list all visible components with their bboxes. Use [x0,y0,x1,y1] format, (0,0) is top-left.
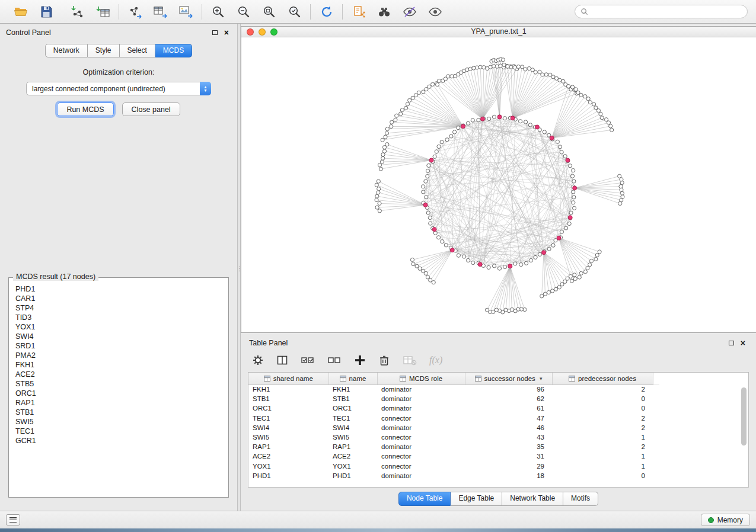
network-node[interactable] [395,114,398,117]
cell-shared-name[interactable]: TEC1 [248,414,328,423]
mcds-result-item[interactable]: ORC1 [15,389,227,398]
network-node[interactable] [583,270,587,274]
cell-mcds-role[interactable]: connector [377,462,465,471]
network-node[interactable] [538,70,541,73]
zoom-out-button[interactable] [235,4,251,20]
network-node[interactable] [572,196,576,199]
network-node[interactable] [382,149,386,153]
save-session-button[interactable] [38,4,54,20]
network-node[interactable] [572,180,576,183]
network-node[interactable] [394,118,397,121]
select-all-button[interactable] [301,354,315,366]
network-node[interactable] [620,181,624,185]
network-hub-node[interactable] [511,116,515,120]
network-node[interactable] [400,108,404,112]
run-mcds-button[interactable]: Run MCDS [57,102,113,116]
network-node[interactable] [604,118,608,121]
network-node[interactable] [375,183,378,187]
network-node[interactable] [497,267,501,270]
network-node[interactable] [418,267,422,270]
memory-button[interactable]: Memory [701,514,750,526]
network-node[interactable] [538,252,541,256]
deselect-all-button[interactable] [327,354,342,366]
network-node[interactable] [410,258,414,261]
network-hub-node[interactable] [450,248,454,252]
network-node[interactable] [421,269,425,273]
table-row[interactable]: PHD1PHD1dominator180 [248,471,659,480]
network-node[interactable] [462,255,466,258]
mcds-result-item[interactable]: PMA2 [15,351,227,360]
cell-name[interactable]: PHD1 [328,471,377,480]
criterion-select[interactable]: largest connected component (undirected)… [26,82,211,95]
toolbar-search[interactable] [575,5,748,18]
close-table-panel-button[interactable]: × [741,340,745,346]
network-node[interactable] [384,135,387,139]
network-node[interactable] [449,134,453,138]
cell-name[interactable]: FKH1 [328,384,377,394]
cell-name[interactable]: ORC1 [328,403,377,413]
network-node[interactable] [620,188,623,191]
network-node[interactable] [485,308,489,312]
network-node[interactable] [592,102,596,106]
cell-mcds-role[interactable]: dominator [377,442,465,451]
float-table-panel-button[interactable] [729,341,734,345]
mcds-result-item[interactable]: YOX1 [15,322,227,332]
network-node[interactable] [620,178,623,181]
network-node[interactable] [550,289,554,293]
network-hub-node[interactable] [557,236,561,240]
network-node[interactable] [482,66,486,69]
mcds-result-item[interactable]: STB5 [15,379,227,389]
network-node[interactable] [600,116,604,120]
network-node[interactable] [607,121,610,124]
network-node[interactable] [424,180,428,183]
tab-network[interactable]: Network [45,44,88,57]
network-node[interactable] [610,128,614,132]
network-node[interactable] [381,138,384,142]
network-node[interactable] [425,88,428,91]
tab-mcds[interactable]: MCDS [155,44,192,57]
network-node[interactable] [547,247,551,251]
table-row[interactable]: FKH1FKH1dominator962 [248,384,659,394]
table-row[interactable]: ORC1ORC1dominator610 [248,403,659,413]
network-node[interactable] [572,190,575,194]
cell-shared-name[interactable]: FKH1 [248,384,328,394]
cell-shared-name[interactable]: PHD1 [248,471,328,480]
table-row[interactable]: STB1STB1dominator620 [248,394,659,403]
network-node[interactable] [583,95,587,98]
network-node[interactable] [588,101,592,104]
cell-successor-nodes[interactable]: 35 [465,442,552,451]
network-node[interactable] [513,66,516,69]
delete-column-button[interactable] [378,354,390,366]
cell-predecessor-nodes[interactable]: 0 [552,394,653,403]
network-node[interactable] [513,262,517,265]
network-hub-node[interactable] [535,125,539,129]
open-file-button[interactable] [12,4,28,20]
show-columns-button[interactable] [276,354,288,366]
network-node[interactable] [572,201,575,204]
network-node[interactable] [579,271,583,275]
network-node[interactable] [377,187,381,191]
network-node[interactable] [417,91,420,94]
network-node[interactable] [378,201,381,205]
mcds-result-item[interactable]: ACE2 [15,370,227,379]
import-network-button[interactable] [69,4,85,20]
network-node[interactable] [572,169,575,172]
mcds-result-item[interactable]: TID3 [15,313,227,322]
mcds-result-item[interactable]: PHD1 [15,284,227,294]
mcds-result-item[interactable]: FKH1 [15,360,227,370]
mcds-result-item[interactable]: SRD1 [15,341,227,351]
network-node[interactable] [519,262,523,266]
network-node[interactable] [444,243,448,247]
network-node[interactable] [437,145,441,148]
network-node[interactable] [618,201,622,205]
window-close-icon[interactable] [247,28,254,36]
cell-name[interactable]: RAP1 [328,442,377,451]
table-row[interactable]: YOX1YOX1connector291 [248,462,659,471]
cell-shared-name[interactable]: RAP1 [248,442,328,451]
network-node[interactable] [573,273,576,277]
network-node[interactable] [502,63,506,66]
network-hub-node[interactable] [423,203,428,207]
network-hub-node[interactable] [508,264,512,268]
network-node[interactable] [503,117,506,120]
export-image-button[interactable] [178,4,194,20]
